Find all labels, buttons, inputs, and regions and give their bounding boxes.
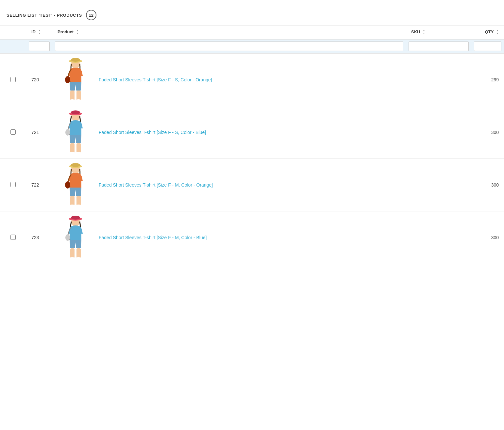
id-sort-arrows[interactable]: ▼ ▲ xyxy=(38,29,41,35)
row-qty: 300 xyxy=(471,106,504,159)
filter-checkbox-cell xyxy=(0,39,26,53)
svg-point-2 xyxy=(71,58,80,62)
sort-down-icon: ▼ xyxy=(423,29,425,32)
sort-down-icon: ▼ xyxy=(76,29,79,32)
sku-filter-input[interactable] xyxy=(409,41,469,51)
page-wrapper: SELLING LIST 'TEST' - PRODUCTS 12 ID ▼ ▲… xyxy=(0,0,504,430)
sort-up-icon: ▲ xyxy=(76,32,79,35)
col-header-sku[interactable]: SKU ▼ ▲ xyxy=(406,25,471,39)
product-image xyxy=(58,57,93,103)
product-image xyxy=(58,215,93,260)
table-header-row: ID ▼ ▲ Product ▼ ▲ SKU xyxy=(0,25,504,39)
product-image xyxy=(58,162,93,208)
sku-sort-arrows[interactable]: ▼ ▲ xyxy=(423,29,425,35)
product-filter-input[interactable] xyxy=(55,41,403,51)
header-row: SELLING LIST 'TEST' - PRODUCTS 12 xyxy=(0,7,504,25)
id-filter-input[interactable] xyxy=(29,41,50,51)
product-name-link[interactable]: Faded Short Sleeves T-shirt [Size F - S,… xyxy=(99,130,206,135)
svg-point-27 xyxy=(65,234,70,241)
svg-point-18 xyxy=(71,163,80,167)
svg-point-7 xyxy=(76,99,81,102)
filter-row xyxy=(0,39,504,53)
row-checkbox[interactable] xyxy=(10,129,16,135)
col-header-product[interactable]: Product ▼ ▲ xyxy=(52,25,406,39)
product-name-link[interactable]: Faded Short Sleeves T-shirt [Size F - M,… xyxy=(99,235,207,240)
row-qty: 300 xyxy=(471,211,504,264)
product-sort-arrows[interactable]: ▼ ▲ xyxy=(76,29,79,35)
row-sku xyxy=(406,53,471,106)
row-checkbox-cell xyxy=(0,211,26,264)
row-id: 722 xyxy=(26,159,52,211)
svg-rect-4 xyxy=(70,91,75,100)
svg-point-6 xyxy=(69,99,75,102)
row-checkbox-cell xyxy=(0,106,26,159)
product-image xyxy=(58,109,93,155)
filter-id-cell xyxy=(26,39,52,53)
count-badge: 12 xyxy=(86,10,96,20)
svg-point-22 xyxy=(69,205,75,207)
row-sku xyxy=(406,159,471,211)
svg-rect-13 xyxy=(76,143,81,153)
row-id: 720 xyxy=(26,53,52,106)
svg-point-23 xyxy=(76,205,81,207)
product-name-link[interactable]: Faded Short Sleeves T-shirt [Size F - M,… xyxy=(99,182,213,188)
table-row: 723 xyxy=(0,211,504,264)
svg-rect-21 xyxy=(76,196,81,206)
checkbox-header xyxy=(0,25,26,39)
svg-rect-5 xyxy=(76,91,81,100)
row-id: 723 xyxy=(26,211,52,264)
row-checkbox-cell xyxy=(0,159,26,211)
sort-down-icon: ▼ xyxy=(496,29,499,32)
svg-rect-20 xyxy=(70,196,75,206)
products-table: ID ▼ ▲ Product ▼ ▲ SKU xyxy=(0,25,504,264)
row-product-cell: Faded Short Sleeves T-shirt [Size F - S,… xyxy=(52,53,406,106)
table-container: ID ▼ ▲ Product ▼ ▲ SKU xyxy=(0,25,504,264)
row-sku xyxy=(406,211,471,264)
table-row: 722 xyxy=(0,159,504,211)
svg-point-14 xyxy=(69,152,75,155)
svg-point-15 xyxy=(76,152,81,155)
filter-product-cell xyxy=(52,39,406,53)
filter-sku-cell xyxy=(406,39,471,53)
sort-up-icon: ▲ xyxy=(38,32,41,35)
page-title: SELLING LIST 'TEST' - PRODUCTS xyxy=(7,13,82,18)
sort-up-icon: ▲ xyxy=(496,32,499,35)
filter-qty-cell xyxy=(471,39,504,53)
table-row: 721 xyxy=(0,106,504,159)
svg-rect-12 xyxy=(70,143,75,153)
row-qty: 300 xyxy=(471,159,504,211)
row-qty: 299 xyxy=(471,53,504,106)
row-checkbox-cell xyxy=(0,53,26,106)
svg-point-19 xyxy=(65,181,70,189)
product-name-link[interactable]: Faded Short Sleeves T-shirt [Size F - S,… xyxy=(99,77,212,82)
row-checkbox[interactable] xyxy=(10,235,16,240)
row-product-cell: Faded Short Sleeves T-shirt [Size F - M,… xyxy=(52,211,406,264)
svg-point-3 xyxy=(65,76,70,83)
row-sku xyxy=(406,106,471,159)
sort-up-icon: ▲ xyxy=(423,32,425,35)
svg-rect-28 xyxy=(70,248,75,258)
table-row: 720 xyxy=(0,53,504,106)
row-product-cell: Faded Short Sleeves T-shirt [Size F - S,… xyxy=(52,106,406,159)
qty-filter-input[interactable] xyxy=(474,41,501,51)
svg-point-10 xyxy=(71,110,80,114)
svg-point-30 xyxy=(69,257,75,260)
col-header-qty[interactable]: QTY ▼ ▲ xyxy=(471,25,504,39)
col-header-id[interactable]: ID ▼ ▲ xyxy=(26,25,52,39)
row-checkbox[interactable] xyxy=(10,182,16,187)
svg-point-31 xyxy=(76,257,81,260)
row-product-cell: Faded Short Sleeves T-shirt [Size F - M,… xyxy=(52,159,406,211)
products-tbody: 720 xyxy=(0,53,504,264)
qty-sort-arrows[interactable]: ▼ ▲ xyxy=(496,29,499,35)
svg-rect-29 xyxy=(76,248,81,258)
svg-point-11 xyxy=(65,129,70,136)
row-checkbox[interactable] xyxy=(10,77,16,82)
row-id: 721 xyxy=(26,106,52,159)
svg-point-26 xyxy=(71,216,80,220)
sort-down-icon: ▼ xyxy=(38,29,41,32)
